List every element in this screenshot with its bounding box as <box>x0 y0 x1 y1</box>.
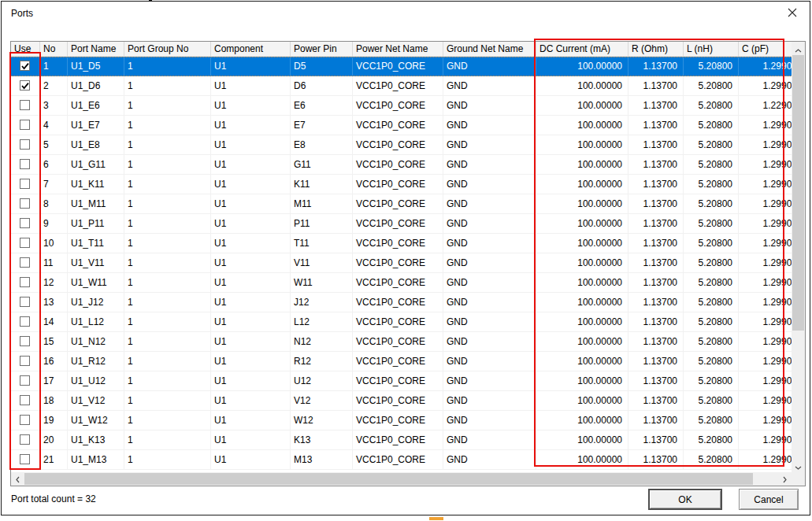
cell-port_group_no[interactable]: 1 <box>124 352 211 371</box>
cell-c[interactable]: 1.29900 <box>739 116 792 135</box>
cell-l[interactable]: 5.20800 <box>684 194 739 213</box>
cell-component[interactable]: U1 <box>211 293 291 312</box>
cell-use[interactable] <box>11 135 40 154</box>
table-row[interactable]: 5U1_E81U1E8VCC1P0_COREGND100.000001.1370… <box>11 135 792 155</box>
cell-no[interactable]: 14 <box>40 312 68 331</box>
cell-l[interactable]: 5.20800 <box>684 135 739 154</box>
cell-ground_net_name[interactable]: GND <box>443 332 536 351</box>
cell-no[interactable]: 2 <box>40 76 68 95</box>
cell-ground_net_name[interactable]: GND <box>443 371 536 390</box>
cell-dc_current[interactable]: 100.00000 <box>536 57 628 76</box>
cell-r[interactable]: 1.13700 <box>628 371 684 390</box>
cell-power_net_name[interactable]: VCC1P0_CORE <box>353 450 443 469</box>
cell-c[interactable]: 1.29900 <box>739 194 792 213</box>
use-checkbox-unchecked[interactable] <box>20 257 30 268</box>
header-cell-no[interactable]: No <box>40 42 68 57</box>
cell-power_net_name[interactable]: VCC1P0_CORE <box>353 391 443 410</box>
cell-r[interactable]: 1.13700 <box>628 76 684 95</box>
cell-r[interactable]: 1.13700 <box>628 175 684 194</box>
cell-c[interactable]: 1.29900 <box>739 430 792 449</box>
cell-use[interactable] <box>11 293 40 312</box>
cell-no[interactable]: 15 <box>40 332 68 351</box>
cell-l[interactable]: 5.20800 <box>684 411 739 430</box>
cell-port_group_no[interactable]: 1 <box>124 234 211 253</box>
table-row[interactable]: 8U1_M111U1M11VCC1P0_COREGND100.000001.13… <box>11 194 792 214</box>
cell-use[interactable] <box>11 116 40 135</box>
use-checkbox-unchecked[interactable] <box>20 297 30 307</box>
cell-ground_net_name[interactable]: GND <box>443 253 536 272</box>
cell-power_net_name[interactable]: VCC1P0_CORE <box>353 312 443 331</box>
cell-l[interactable]: 5.20800 <box>684 175 739 194</box>
cell-ground_net_name[interactable]: GND <box>443 352 536 371</box>
cell-port_name[interactable]: U1_M13 <box>68 450 124 469</box>
cell-ground_net_name[interactable]: GND <box>443 135 536 154</box>
header-cell-ground_net_name[interactable]: Ground Net Name <box>443 42 536 57</box>
cell-use[interactable] <box>11 96 40 115</box>
cell-port_name[interactable]: U1_D5 <box>68 57 124 76</box>
cell-use[interactable] <box>11 411 40 430</box>
cell-r[interactable]: 1.13700 <box>628 352 684 371</box>
cell-power_pin[interactable]: J12 <box>291 293 353 312</box>
cell-power_net_name[interactable]: VCC1P0_CORE <box>353 430 443 449</box>
cell-component[interactable]: U1 <box>211 253 291 272</box>
cell-power_net_name[interactable]: VCC1P0_CORE <box>353 155 443 174</box>
cell-r[interactable]: 1.13700 <box>628 96 684 115</box>
scroll-right-button[interactable] <box>778 472 792 486</box>
use-checkbox-unchecked[interactable] <box>20 454 30 464</box>
cell-power_net_name[interactable]: VCC1P0_CORE <box>353 371 443 390</box>
header-cell-l[interactable]: L (nH) <box>684 42 739 57</box>
header-cell-r[interactable]: R (Ohm) <box>628 42 684 57</box>
cell-component[interactable]: U1 <box>211 391 291 410</box>
cell-c[interactable]: 1.29900 <box>739 76 792 95</box>
cell-ground_net_name[interactable]: GND <box>443 57 536 76</box>
cell-no[interactable]: 3 <box>40 96 68 115</box>
table-row[interactable]: 18U1_V121U1V12VCC1P0_COREGND100.000001.1… <box>11 391 792 411</box>
use-checkbox-unchecked[interactable] <box>20 198 30 209</box>
cell-use[interactable] <box>11 332 40 351</box>
cell-l[interactable]: 5.20800 <box>684 253 739 272</box>
cell-power_pin[interactable]: L12 <box>291 312 353 331</box>
use-checkbox-unchecked[interactable] <box>20 179 30 189</box>
cell-ground_net_name[interactable]: GND <box>443 411 536 430</box>
cell-port_name[interactable]: U1_L12 <box>68 312 124 331</box>
cell-use[interactable] <box>11 273 40 292</box>
horizontal-scrollbar[interactable] <box>11 472 792 486</box>
header-cell-use[interactable]: Use <box>11 42 40 57</box>
cell-power_net_name[interactable]: VCC1P0_CORE <box>353 352 443 371</box>
cell-ground_net_name[interactable]: GND <box>443 175 536 194</box>
cell-no[interactable]: 1 <box>40 57 68 76</box>
cell-component[interactable]: U1 <box>211 234 291 253</box>
cell-port_group_no[interactable]: 1 <box>124 293 211 312</box>
cell-no[interactable]: 4 <box>40 116 68 135</box>
cell-l[interactable]: 5.20800 <box>684 234 739 253</box>
cell-power_pin[interactable]: P11 <box>291 214 353 233</box>
cell-port_name[interactable]: U1_U12 <box>68 371 124 390</box>
header-cell-c[interactable]: C (pF) <box>739 42 792 57</box>
cell-no[interactable]: 16 <box>40 352 68 371</box>
cell-use[interactable] <box>11 57 40 76</box>
cell-l[interactable]: 5.20800 <box>684 430 739 449</box>
use-checkbox-unchecked[interactable] <box>20 238 30 248</box>
cell-c[interactable]: 1.29900 <box>739 332 792 351</box>
cell-c[interactable]: 1.29900 <box>739 253 792 272</box>
table-row[interactable]: 21U1_M131U1M13VCC1P0_COREGND100.000001.1… <box>11 450 792 470</box>
cell-l[interactable]: 5.20800 <box>684 312 739 331</box>
cell-r[interactable]: 1.13700 <box>628 332 684 351</box>
cell-component[interactable]: U1 <box>211 175 291 194</box>
cell-l[interactable]: 5.20800 <box>684 332 739 351</box>
cell-ground_net_name[interactable]: GND <box>443 76 536 95</box>
use-checkbox-unchecked[interactable] <box>20 218 30 228</box>
cell-port_name[interactable]: U1_J12 <box>68 293 124 312</box>
cell-l[interactable]: 5.20800 <box>684 391 739 410</box>
cell-dc_current[interactable]: 100.00000 <box>536 135 628 154</box>
header-cell-port_group_no[interactable]: Port Group No <box>124 42 211 57</box>
cell-use[interactable] <box>11 155 40 174</box>
cell-ground_net_name[interactable]: GND <box>443 450 536 469</box>
cell-c[interactable]: 1.29900 <box>739 391 792 410</box>
cell-power_net_name[interactable]: VCC1P0_CORE <box>353 57 443 76</box>
cell-l[interactable]: 5.20800 <box>684 371 739 390</box>
cell-l[interactable]: 5.20800 <box>684 293 739 312</box>
cell-power_pin[interactable]: E7 <box>291 116 353 135</box>
cell-port_name[interactable]: U1_N12 <box>68 332 124 351</box>
cell-r[interactable]: 1.13700 <box>628 116 684 135</box>
